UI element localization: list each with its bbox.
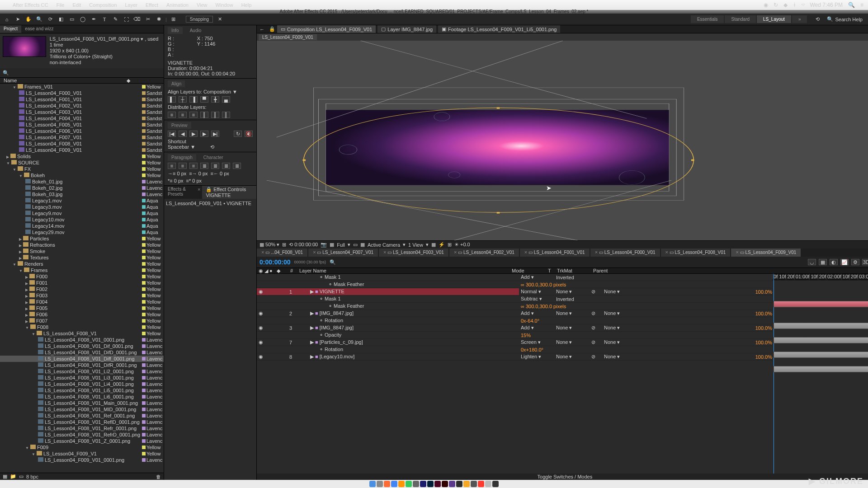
ps-icon[interactable] — [427, 481, 434, 487]
viewer-tab-layer[interactable]: ▢Layer IMG_8847.jpg — [377, 25, 436, 33]
justify-all-icon[interactable]: ≣ — [233, 163, 241, 169]
layer-bar[interactable] — [774, 337, 868, 343]
motion-blur-icon[interactable]: ◐ — [830, 259, 838, 265]
viewer-tab-composition[interactable]: ▭Composition LS_Lesson04_F009_V01 — [277, 25, 376, 33]
timeline-footer[interactable]: Toggle Switches / Modes — [257, 474, 868, 480]
clock[interactable]: Wed 7:46 PM — [810, 2, 843, 8]
eraser-tool-icon[interactable]: ⌫ — [133, 15, 141, 23]
layer-row[interactable]: ⚬ Mask 1 — [257, 274, 519, 281]
finder-icon[interactable] — [369, 481, 376, 487]
tree-item[interactable]: F009Yellow — [0, 444, 164, 450]
align-right-icon[interactable]: ▐ — [189, 96, 198, 103]
tree-item[interactable]: LS_Lesson04_F005_V01Sandst — [0, 122, 164, 128]
tree-item[interactable]: LS_Lesson04_F008_V01_Li2_0001.pngLavenc — [0, 368, 164, 375]
justify-left-icon[interactable]: ≣ — [200, 163, 208, 169]
app-icon[interactable] — [485, 481, 491, 487]
toggle-switches-modes[interactable]: Toggle Switches / Modes — [538, 474, 593, 479]
justify-right-icon[interactable]: ≣ — [222, 163, 230, 169]
timeline-tab[interactable]: × ▭ LS_Lesson04_F002_V01 — [449, 249, 519, 257]
timeline-tab[interactable]: × ▭ ...04_F008_V01 — [257, 249, 307, 257]
draft3d-icon[interactable]: 3D — [862, 259, 868, 265]
transparency-icon[interactable]: ▦ — [360, 242, 365, 248]
first-frame-icon[interactable]: |◀ — [168, 131, 176, 137]
timeline-tab[interactable]: × ▭ LS_Lesson04_F000_V01 — [590, 249, 660, 257]
tab-project[interactable]: Project — [0, 25, 21, 33]
ruler-tick[interactable]: 01:00f — [794, 274, 810, 280]
ae-icon[interactable] — [420, 481, 426, 487]
tree-item[interactable]: LS_Lesson04_F004_V01Sandst — [0, 115, 164, 122]
workspace-essentials[interactable]: Essentials — [691, 15, 724, 23]
new-folder-icon[interactable]: 📁 — [10, 474, 16, 479]
home-icon[interactable]: ⌂ — [3, 15, 11, 23]
layer-modes[interactable]: ∞ 300.0,300.0 pixels — [519, 303, 772, 310]
tab-align[interactable]: Align — [168, 80, 185, 87]
app-icon[interactable] — [384, 481, 390, 487]
layer-row[interactable]: ⚬ Mask Feather — [257, 281, 519, 288]
align-vcenter-icon[interactable]: ╋ — [211, 96, 219, 103]
tree-item[interactable]: F003Yellow — [0, 292, 164, 299]
cc-icon[interactable]: ◉ — [764, 2, 768, 8]
loop-icon[interactable]: ↻ — [234, 131, 242, 137]
dist-top-icon[interactable]: ≡ — [168, 112, 176, 118]
shortcut-dropdown[interactable]: Spacebar — [168, 144, 189, 150]
ruler-tick[interactable]: 10f — [778, 274, 786, 280]
fast-previews-icon[interactable]: ⚡ — [439, 242, 445, 248]
tree-item[interactable]: F000Yellow — [0, 273, 164, 280]
timeline-tab[interactable]: × ▭ LS_Lesson04_F003_V01 — [379, 249, 448, 257]
snap-opts-icon[interactable]: ✕ — [216, 15, 224, 23]
workspace-overflow-icon[interactable]: » — [792, 15, 807, 23]
timeline-tab[interactable]: × ▭ LS_Lesson04_F001_V01 — [520, 249, 590, 257]
align-top-icon[interactable]: ▀ — [200, 96, 208, 103]
comp-breadcrumb[interactable]: LS_Lesson04_F009_V01 — [259, 34, 317, 40]
workspace-standard[interactable]: Standard — [725, 15, 756, 23]
tree-item[interactable]: LS_Lesson04_F008_V01_DifD_0001.pngLavenc — [0, 349, 164, 356]
project-tree[interactable]: Frames_V01YellowLS_Lesson04_F000_V01Sand… — [0, 84, 164, 473]
tree-item[interactable]: LS_Lesson04_F006_V01Sandst — [0, 128, 164, 134]
viewer-tab-footage[interactable]: ▣Footage LS_Lesson04_F009_V01_Li5_0001.p… — [438, 25, 560, 33]
region-icon[interactable]: ▭ — [353, 242, 358, 248]
hand-tool-icon[interactable]: ✋ — [24, 15, 33, 23]
ai-icon[interactable] — [442, 481, 448, 487]
layer-bar[interactable] — [774, 352, 868, 358]
resolution-dropdown[interactable]: ⊞ — [282, 242, 286, 248]
stamp-tool-icon[interactable]: ⛶ — [122, 15, 130, 23]
app-icon[interactable] — [449, 481, 455, 487]
workspace-lslayout[interactable]: LS_Layout — [757, 15, 791, 23]
zoom-dropdown[interactable]: ▦ 50% ▾ — [259, 242, 279, 248]
menu-file[interactable]: File — [57, 2, 65, 8]
tree-item[interactable]: Legacy3.movAqua — [0, 204, 164, 210]
dist-bottom-icon[interactable]: ≡ — [189, 112, 198, 118]
app-icon[interactable] — [478, 481, 484, 487]
layer-modes[interactable]: Normal ▾None ▾⊘None ▾100.0% — [519, 288, 772, 296]
views-dropdown[interactable]: 1 View — [408, 242, 423, 248]
graph-icon[interactable]: 📈 — [840, 259, 849, 265]
tree-item[interactable]: Bokeh_02.jpgLavenc — [0, 185, 164, 191]
zoom-tool-icon[interactable]: 🔍 — [35, 15, 43, 23]
new-comp-icon[interactable]: ▭ — [19, 474, 24, 479]
tree-item[interactable]: LS_Lesson04_F008_V01_Ref_0001.pngLavenc — [0, 413, 164, 419]
layer-bar[interactable] — [774, 323, 868, 329]
menu-extra-icon[interactable]: ≡ — [860, 2, 863, 8]
composition-viewer[interactable]: 人人素材 — [257, 41, 868, 240]
layer-modes[interactable]: Screen ▾None ▾⊘None ▾100.0% — [519, 339, 772, 346]
layer-bar[interactable] — [774, 366, 868, 372]
space-after[interactable]: ≡* 0 px — [186, 178, 202, 183]
tree-item[interactable]: FXYellow — [0, 166, 164, 172]
spotlight-icon[interactable]: 🔍 — [848, 2, 855, 8]
timeline-tracks[interactable]: 0f10f20f01:00f10f20f02:00f10f20f03:00f — [772, 274, 868, 474]
menu-animation[interactable]: Animation — [166, 2, 189, 8]
timeline-tab[interactable]: × ▭ LS_Lesson04_F009_V01 — [731, 249, 801, 257]
mute-icon[interactable]: 🔇 — [245, 131, 253, 137]
puppet-tool-icon[interactable]: ✱ — [155, 15, 163, 23]
ruler-tick[interactable]: 20f — [818, 274, 826, 280]
chrome-icon[interactable] — [391, 481, 397, 487]
dist-vcenter-icon[interactable]: ≡ — [179, 112, 187, 118]
tree-item[interactable]: SOURCEYellow — [0, 160, 164, 166]
layer-modes[interactable]: Subtrac ▾Inverted — [519, 296, 772, 303]
app-icon[interactable] — [377, 481, 383, 487]
layer-modes[interactable]: 0x+180.0° — [519, 346, 772, 353]
bpc-toggle[interactable]: 8 bpc — [26, 474, 38, 479]
tree-item[interactable]: Bokeh_03.jpgLavenc — [0, 191, 164, 197]
layer-modes[interactable]: Add ▾Inverted — [519, 274, 772, 281]
reset-icon[interactable]: ⟲ — [210, 144, 214, 150]
